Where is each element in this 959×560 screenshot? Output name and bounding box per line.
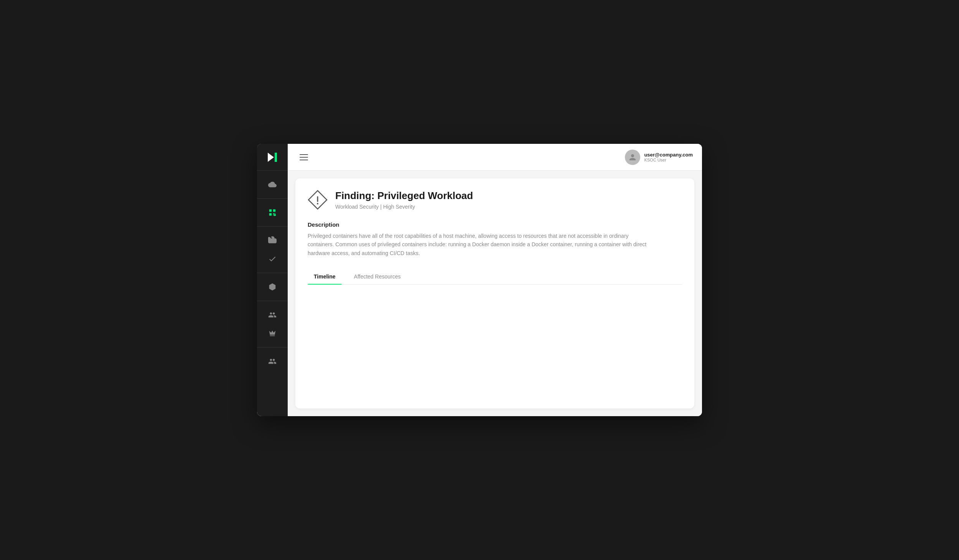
- menu-button[interactable]: [297, 150, 311, 164]
- user-role: KSOC User: [644, 158, 693, 162]
- nav-group-rbac: [257, 301, 288, 348]
- user-info: user@company.com KSOC User: [625, 150, 693, 165]
- svg-marker-0: [268, 153, 274, 162]
- tab-content: [308, 285, 682, 361]
- sidebar-item-risks[interactable]: [264, 325, 281, 342]
- sidebar-item-workloads[interactable]: [264, 278, 281, 295]
- nav-group-settings: [257, 348, 288, 375]
- svg-rect-1: [275, 153, 277, 162]
- finding-title-group: Finding: Privileged Workload Workload Se…: [335, 190, 473, 210]
- sidebar: [257, 144, 288, 416]
- finding-subtitle: Workload Security | High Severity: [335, 204, 473, 210]
- description-label: Description: [308, 221, 682, 228]
- nav-group-inventory: [257, 227, 288, 273]
- warning-icon: [308, 190, 328, 210]
- svg-point-10: [317, 203, 318, 204]
- tabs-container: Timeline Affected Resources: [308, 269, 682, 285]
- user-email: user@company.com: [644, 152, 693, 158]
- sidebar-item-compliance[interactable]: [264, 250, 281, 267]
- nav-group-dashboard: [257, 199, 288, 227]
- main-content: user@company.com KSOC User: [288, 144, 702, 416]
- tab-timeline[interactable]: Timeline: [308, 269, 342, 284]
- svg-rect-2: [269, 209, 272, 212]
- sidebar-item-cloud[interactable]: [264, 176, 281, 193]
- content-area: Finding: Privileged Workload Workload Se…: [288, 171, 702, 416]
- description-text: Privileged containers have all of the ro…: [308, 232, 653, 257]
- sidebar-item-inventory[interactable]: [264, 232, 281, 249]
- ksoc-logo-icon: [265, 150, 279, 164]
- finding-header: Finding: Privileged Workload Workload Se…: [308, 190, 682, 210]
- page-title: Finding: Privileged Workload: [335, 190, 473, 202]
- avatar: [625, 150, 640, 165]
- svg-rect-4: [269, 213, 272, 216]
- top-header: user@company.com KSOC User: [288, 144, 702, 171]
- content-card: Finding: Privileged Workload Workload Se…: [295, 178, 694, 408]
- sidebar-item-dashboard[interactable]: [264, 204, 281, 221]
- nav-group-cloud: [257, 171, 288, 199]
- sidebar-item-settings[interactable]: [264, 353, 281, 370]
- sidebar-logo: [257, 144, 288, 171]
- sidebar-item-rbac[interactable]: [264, 306, 281, 323]
- svg-rect-3: [273, 209, 275, 212]
- tab-affected-resources[interactable]: Affected Resources: [348, 269, 407, 284]
- description-section: Description Privileged containers have a…: [308, 221, 682, 257]
- sidebar-navigation: [257, 171, 288, 416]
- svg-point-7: [274, 214, 276, 216]
- user-text-group: user@company.com KSOC User: [644, 152, 693, 162]
- nav-group-workloads: [257, 273, 288, 301]
